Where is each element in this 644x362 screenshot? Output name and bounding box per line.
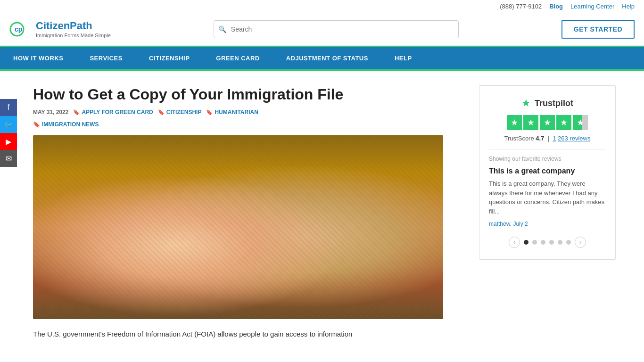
trustpilot-score: TrustScore 4.7 | 1,263 reviews	[489, 135, 606, 142]
phone-number: (888) 777-9102	[500, 3, 542, 10]
site-header: cp CitizenPath Immigration Forms Made Si…	[0, 13, 644, 46]
bookmark-icon-2: 🔖	[158, 109, 165, 115]
email-icon: ✉	[6, 154, 12, 163]
content-area: How to Get a Copy of Your Immigration Fi…	[0, 71, 644, 354]
logo[interactable]: cp CitizenPath Immigration Forms Made Si…	[9, 18, 111, 41]
learning-center-link[interactable]: Learning Center	[570, 3, 614, 10]
trustpilot-divider	[489, 149, 606, 150]
carousel-next-button[interactable]: ›	[575, 237, 586, 248]
trustpilot-reviewer: matthew, July 2	[489, 221, 606, 227]
bookmark-icon-4: 🔖	[33, 121, 40, 128]
main-content: How to Get a Copy of Your Immigration Fi…	[33, 85, 465, 340]
bookmark-icon: 🔖	[73, 109, 80, 115]
article-excerpt: The U.S. government's Freedom of Informa…	[33, 329, 465, 340]
brand-name: CitizenPath	[36, 20, 111, 32]
star-1: ★	[507, 115, 522, 130]
help-link[interactable]: Help	[622, 3, 635, 10]
youtube-icon: ▶	[6, 137, 11, 146]
trustpilot-showing: Showing our favorite reviews	[489, 156, 606, 162]
twitter-button[interactable]: 🐦	[0, 116, 17, 133]
trustpilot-review-body: This is a great company. They were alway…	[489, 179, 606, 216]
article-meta: MAY 31, 2022 🔖 APPLY FOR GREEN CARD 🔖 CI…	[33, 109, 465, 115]
sidebar: ★ Trustpilot ★ ★ ★ ★ ★ TrustScore 4.7 | …	[479, 85, 616, 340]
article-image-bg	[33, 135, 443, 319]
nav-item-how-it-works[interactable]: HOW IT WORKS	[0, 47, 76, 69]
star-4: ★	[556, 115, 571, 130]
article-date: MAY 31, 2022	[33, 109, 68, 115]
get-started-button[interactable]: GET STARTED	[561, 20, 635, 39]
trustpilot-carousel: ‹ ›	[489, 237, 606, 248]
trustpilot-logo-text: Trustpilot	[535, 99, 573, 108]
star-3: ★	[540, 115, 555, 130]
carousel-prev-button[interactable]: ‹	[509, 237, 520, 248]
logo-tagline: Immigration Forms Made Simple	[36, 33, 111, 39]
carousel-dot-4[interactable]	[549, 240, 554, 245]
trustpilot-review-title: This is a great company	[489, 167, 606, 175]
nav-item-green-card[interactable]: GREEN CARD	[203, 47, 272, 69]
article-title: How to Get a Copy of Your Immigration Fi…	[33, 85, 465, 103]
star-5-half: ★	[573, 115, 588, 130]
svg-text:cp: cp	[15, 25, 22, 33]
carousel-dot-6[interactable]	[566, 240, 571, 245]
blog-link[interactable]: Blog	[549, 3, 563, 10]
tag-citizenship[interactable]: 🔖 CITIZENSHIP	[158, 109, 202, 115]
nav-item-adjustment-of-status[interactable]: ADJUSTMENT OF STATUS	[273, 47, 381, 69]
carousel-dot-2[interactable]	[532, 240, 537, 245]
trustpilot-reviews-link[interactable]: 1,263 reviews	[553, 135, 590, 142]
nav-item-services[interactable]: SERVICES	[76, 47, 136, 69]
article-image	[33, 135, 443, 319]
facebook-icon: f	[8, 103, 9, 112]
main-nav: HOW IT WORKSSERVICESCITIZENSHIPGREEN CAR…	[0, 46, 644, 69]
search-input[interactable]	[214, 20, 459, 38]
tag-humanitarian[interactable]: 🔖 HUMANITARIAN	[206, 109, 258, 115]
search-bar[interactable]: 🔍	[214, 20, 459, 38]
trustpilot-box: ★ Trustpilot ★ ★ ★ ★ ★ TrustScore 4.7 | …	[479, 85, 616, 260]
logo-text: CitizenPath Immigration Forms Made Simpl…	[36, 20, 111, 39]
star-2: ★	[523, 115, 538, 130]
trustpilot-logo-star: ★	[521, 97, 531, 109]
tag-green-card[interactable]: 🔖 APPLY FOR GREEN CARD	[73, 109, 153, 115]
carousel-dot-1[interactable]	[524, 240, 528, 245]
logo-icon: cp	[9, 18, 32, 41]
bookmark-icon-3: 🔖	[206, 109, 213, 115]
carousel-dot-3[interactable]	[541, 240, 545, 245]
youtube-button[interactable]: ▶	[0, 133, 17, 150]
email-button[interactable]: ✉	[0, 150, 17, 167]
facebook-button[interactable]: f	[0, 99, 17, 116]
carousel-dot-5[interactable]	[558, 240, 562, 245]
top-bar: (888) 777-9102 Blog Learning Center Help	[0, 0, 644, 13]
trustpilot-header: ★ Trustpilot	[489, 97, 606, 109]
social-sidebar: f 🐦 ▶ ✉	[0, 99, 17, 167]
search-icon: 🔍	[218, 25, 226, 33]
tag-immigration-news[interactable]: 🔖 IMMIGRATION NEWS	[33, 121, 465, 128]
nav-item-help[interactable]: HELP	[381, 47, 425, 69]
trustpilot-stars: ★ ★ ★ ★ ★	[489, 115, 606, 130]
nav-item-citizenship[interactable]: CITIZENSHIP	[136, 47, 203, 69]
twitter-icon: 🐦	[4, 120, 13, 129]
